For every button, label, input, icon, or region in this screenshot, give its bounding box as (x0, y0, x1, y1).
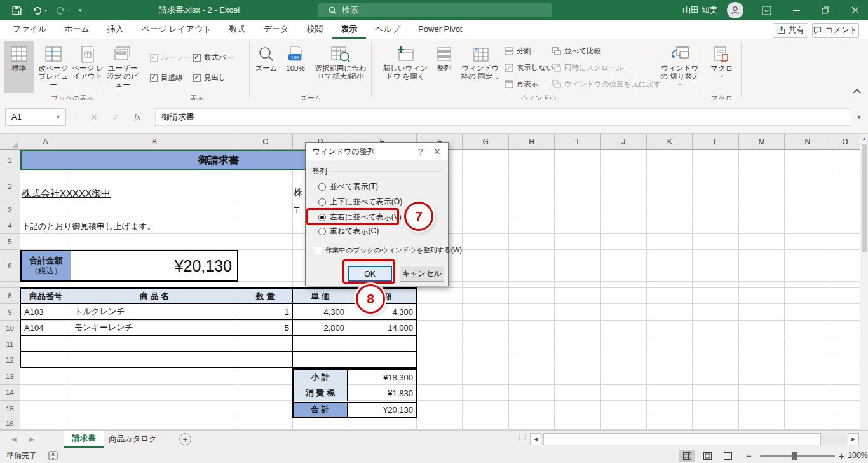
row-header-14[interactable]: 14 (0, 385, 20, 401)
column-header-K[interactable]: K (647, 134, 693, 150)
undo-button[interactable]: ▾ (32, 0, 47, 20)
save-icon[interactable] (11, 0, 22, 20)
cell-O6[interactable] (831, 250, 860, 282)
cell-B3[interactable] (71, 202, 238, 218)
cell-N14[interactable] (785, 385, 831, 401)
cell-O15[interactable] (831, 401, 860, 417)
row-header-13[interactable]: 13 (0, 368, 20, 385)
cell-A13[interactable] (20, 368, 71, 385)
cell-N8[interactable] (785, 288, 831, 304)
cell-I15[interactable] (555, 401, 600, 417)
tab-data[interactable]: データ (255, 20, 298, 39)
cell-F10[interactable] (417, 321, 463, 336)
cell-H9[interactable] (509, 304, 555, 321)
cell-O8[interactable] (831, 288, 860, 304)
cell-J3[interactable] (601, 202, 647, 218)
zoom-out-icon[interactable]: − (746, 448, 752, 463)
freeze-panes-button[interactable]: * ウィンドウ枠の 固定 (459, 41, 502, 93)
cell-M2[interactable] (739, 170, 785, 202)
name-box[interactable]: A1 ▼ (5, 108, 66, 126)
cell-F13[interactable] (417, 368, 463, 385)
tab-formulas[interactable]: 数式 (220, 20, 255, 39)
cell-M8[interactable] (739, 288, 785, 304)
cell-N13[interactable] (785, 368, 831, 385)
cell-F8[interactable] (417, 288, 463, 304)
split-button[interactable]: 分割 (505, 44, 531, 58)
page-break-status-button[interactable] (719, 450, 736, 462)
cell-J9[interactable] (601, 304, 647, 321)
cell-D16[interactable] (293, 417, 348, 430)
cell-H12[interactable] (509, 352, 555, 368)
cell-N6[interactable] (785, 250, 831, 282)
cell-I16[interactable] (555, 417, 600, 430)
cell-C14[interactable] (238, 385, 293, 401)
cell-L1[interactable] (693, 150, 738, 170)
macros-button[interactable]: マクロ (707, 41, 737, 93)
cell-K14[interactable] (647, 385, 693, 401)
cell-J12[interactable] (601, 352, 647, 368)
row-header-6[interactable]: 6 (0, 250, 20, 282)
grand-total-label[interactable]: 合 計 (294, 403, 348, 417)
cell-quantity[interactable]: 5 (238, 320, 293, 335)
cell-L6[interactable] (693, 250, 738, 282)
cell-C16[interactable] (238, 417, 293, 430)
cell-A16[interactable] (20, 417, 71, 430)
column-header-A[interactable]: A (20, 134, 71, 150)
cell-C2[interactable] (238, 170, 293, 202)
row-header-10[interactable]: 10 (0, 321, 20, 336)
ribbon-display-options-icon[interactable] (756, 0, 776, 20)
cell-N16[interactable] (785, 417, 831, 430)
cell-H6[interactable] (509, 250, 555, 282)
cell-C15[interactable] (238, 401, 293, 417)
cell-L12[interactable] (693, 352, 738, 368)
cell-empty[interactable] (348, 352, 416, 367)
header-unit-price[interactable]: 単 価 (293, 289, 348, 303)
tab-page-layout[interactable]: ページ レイアウト (133, 20, 220, 39)
cell-I7[interactable] (555, 282, 600, 288)
cell-L2[interactable] (693, 170, 738, 202)
cell-empty[interactable] (293, 336, 348, 351)
cell-F15[interactable] (417, 401, 463, 417)
gridlines-checkbox[interactable]: 目盛線 (150, 73, 183, 83)
switch-windows-button[interactable]: ウィンドウの 切り替え (660, 41, 700, 93)
comment-button[interactable]: コメント (812, 23, 859, 38)
tax-value[interactable]: ¥1,830 (348, 385, 416, 401)
cell-M10[interactable] (739, 321, 785, 336)
cell-L13[interactable] (693, 368, 738, 385)
cell-K3[interactable] (647, 202, 693, 218)
cell-N11[interactable] (785, 336, 831, 352)
close-button[interactable] (845, 0, 865, 20)
column-header-G[interactable]: G (463, 134, 508, 150)
cell-G4[interactable] (463, 218, 508, 234)
cell-C3[interactable] (238, 202, 293, 218)
row-header-4[interactable]: 4 (0, 218, 20, 234)
cell-J15[interactable] (601, 401, 647, 417)
page-break-preview-button[interactable]: 改ページ プレビュー (36, 41, 71, 93)
vertical-scrollbar[interactable]: ▲ (860, 134, 868, 430)
select-all-corner[interactable] (0, 134, 20, 150)
cell-H16[interactable] (509, 417, 555, 430)
row-header-2[interactable]: 2 (0, 170, 20, 202)
cell-B14[interactable] (71, 385, 238, 401)
subtotal-value[interactable]: ¥18,300 (348, 370, 416, 385)
scroll-up-icon[interactable]: ▲ (860, 134, 868, 143)
insert-function-icon[interactable]: fx (128, 108, 146, 126)
cell-C5[interactable] (238, 234, 293, 250)
cell-M12[interactable] (739, 352, 785, 368)
normal-view-button[interactable]: 標準 (4, 41, 34, 93)
cell-K12[interactable] (647, 352, 693, 368)
cell-J10[interactable] (601, 321, 647, 336)
cell-O4[interactable] (831, 218, 860, 234)
normal-view-status-button[interactable] (679, 450, 695, 462)
radio-horizontal[interactable]: 上下に並べて表示(O) (318, 197, 402, 207)
cell-L4[interactable] (693, 218, 738, 234)
cell-J5[interactable] (601, 234, 647, 250)
cell-H2[interactable] (509, 170, 555, 202)
cell-G13[interactable] (463, 368, 508, 385)
cell-K8[interactable] (647, 288, 693, 304)
tax-label[interactable]: 消 費 税 (294, 385, 348, 401)
cell-N9[interactable] (785, 304, 831, 321)
sheet-tab-invoice[interactable]: 請求書 (64, 431, 104, 448)
cell-M1[interactable] (739, 150, 785, 170)
cell-N10[interactable] (785, 321, 831, 336)
